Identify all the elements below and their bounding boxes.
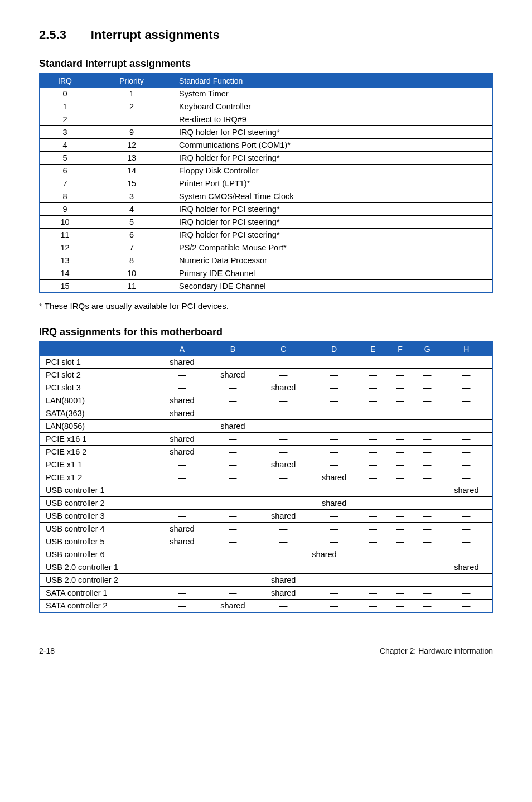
cell-value: — (386, 497, 414, 510)
cell-irq: 0 (40, 88, 90, 100)
cell-value: — (360, 381, 387, 394)
cell-function: IRQ holder for PCI steering* (173, 126, 492, 139)
cell-function: Numeric Data Processor (173, 254, 492, 267)
table-row: 116IRQ holder for PCI steering* (40, 229, 492, 241)
cell-span: shared (157, 548, 492, 561)
cell-irq: 10 (40, 216, 90, 229)
table-row: USB controller 2———shared———— (40, 497, 492, 510)
cell-device: PCIE x1 2 (40, 471, 157, 484)
cell-value: — (360, 600, 387, 613)
cell-value: — (309, 510, 360, 523)
cell-irq: 11 (40, 229, 90, 241)
cell-value: — (157, 458, 207, 471)
cell-device: USB 2.0 controller 1 (40, 561, 157, 574)
cell-value: — (441, 574, 492, 587)
cell-value: — (441, 510, 492, 523)
cell-irq: 3 (40, 126, 90, 139)
table-row: LAN(8001)shared——————— (40, 394, 492, 407)
table-row: 614Floppy Disk Controller (40, 165, 492, 177)
cell-value: — (360, 523, 387, 535)
cell-value: — (414, 484, 441, 497)
cell-function: Communications Port (COM1)* (173, 139, 492, 152)
cell-priority: 8 (90, 254, 173, 267)
cell-function: System CMOS/Real Time Clock (173, 190, 492, 203)
table-row: 412Communications Port (COM1)* (40, 139, 492, 152)
cell-value: — (207, 356, 258, 369)
cell-priority: 14 (90, 165, 173, 177)
cell-value: shared (441, 484, 492, 497)
cell-value: shared (309, 497, 360, 510)
cell-value: — (360, 561, 387, 574)
cell-value: — (309, 381, 360, 394)
cell-value: shared (157, 523, 207, 535)
cell-value: — (309, 561, 360, 574)
cell-device: SATA controller 2 (40, 600, 157, 613)
table-row: 127PS/2 Compatible Mouse Port* (40, 241, 492, 254)
section-heading: 2.5.3 Interrupt assignments (39, 28, 493, 42)
section-number: 2.5.3 (39, 28, 66, 42)
cell-value: — (414, 523, 441, 535)
cell-value: — (258, 484, 309, 497)
cell-value: — (258, 356, 309, 369)
table-row: PCIE x1 1——shared————— (40, 458, 492, 471)
note-pci: * These IRQs are usually available for P… (39, 301, 493, 311)
cell-value: — (207, 587, 258, 600)
cell-value: — (360, 407, 387, 420)
table-row: SATA controller 2—shared—————— (40, 600, 492, 613)
cell-value: — (414, 510, 441, 523)
cell-priority: 1 (90, 88, 173, 100)
cell-priority: 4 (90, 203, 173, 216)
cell-value: — (441, 497, 492, 510)
cell-value: — (157, 484, 207, 497)
cell-value: shared (309, 471, 360, 484)
cell-value: shared (441, 561, 492, 574)
cell-irq: 14 (40, 267, 90, 280)
cell-value: — (157, 420, 207, 433)
cell-priority: 6 (90, 229, 173, 241)
table-row: PCI slot 2—shared—————— (40, 369, 492, 381)
cell-value: — (258, 471, 309, 484)
cell-priority: 11 (90, 280, 173, 293)
cell-value: — (360, 458, 387, 471)
cell-irq: 4 (40, 139, 90, 152)
cell-value: — (441, 535, 492, 548)
cell-value: — (414, 497, 441, 510)
cell-value: — (309, 446, 360, 458)
cell-value: — (258, 407, 309, 420)
cell-device: USB controller 3 (40, 510, 157, 523)
table-standard-irq: IRQ Priority Standard Function 01System … (39, 73, 493, 293)
table-row: 1410Primary IDE Channel (40, 267, 492, 280)
table-row: USB controller 6shared (40, 548, 492, 561)
cell-value: — (207, 484, 258, 497)
cell-function: IRQ holder for PCI steering* (173, 203, 492, 216)
cell-function: Floppy Disk Controller (173, 165, 492, 177)
cell-value: — (386, 381, 414, 394)
cell-value: shared (258, 381, 309, 394)
cell-value: shared (258, 458, 309, 471)
cell-value: — (386, 471, 414, 484)
cell-priority: 7 (90, 241, 173, 254)
cell-device: USB controller 4 (40, 523, 157, 535)
subheading-irq-mb: IRQ assignments for this motherboard (39, 326, 493, 338)
cell-value: — (207, 510, 258, 523)
cell-function: System Timer (173, 88, 492, 100)
cell-value: — (360, 510, 387, 523)
cell-value: — (207, 458, 258, 471)
cell-value: — (386, 574, 414, 587)
cell-function: Secondary IDE Channel (173, 280, 492, 293)
cell-value: — (360, 394, 387, 407)
cell-device: LAN(8001) (40, 394, 157, 407)
cell-value: — (386, 561, 414, 574)
cell-value: shared (207, 600, 258, 613)
cell-value: — (258, 535, 309, 548)
cell-value: — (157, 381, 207, 394)
cell-value: — (309, 600, 360, 613)
cell-irq: 15 (40, 280, 90, 293)
cell-value: — (309, 369, 360, 381)
cell-value: — (157, 574, 207, 587)
cell-device: USB controller 1 (40, 484, 157, 497)
cell-value: — (207, 381, 258, 394)
cell-priority: 15 (90, 177, 173, 190)
cell-irq: 2 (40, 113, 90, 126)
table-row: 83System CMOS/Real Time Clock (40, 190, 492, 203)
